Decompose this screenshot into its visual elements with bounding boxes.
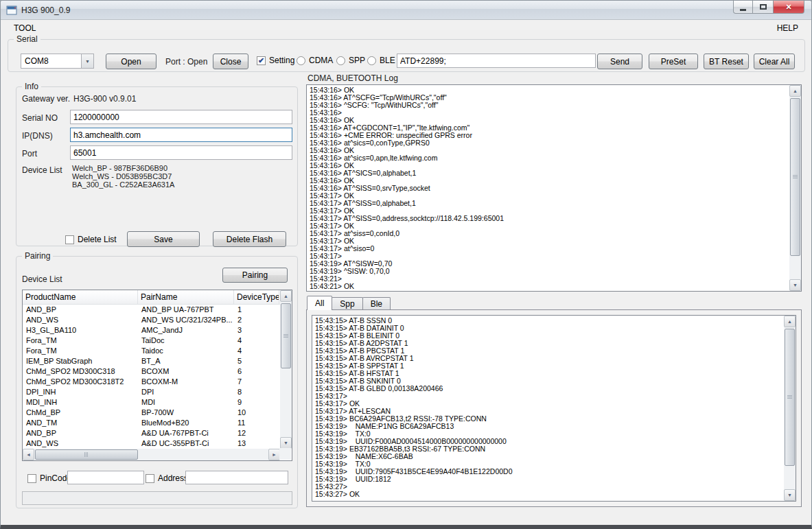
- port-input[interactable]: [70, 145, 292, 160]
- scroll-up-icon[interactable]: ▲: [784, 316, 796, 327]
- table-row[interactable]: H3_GL_BA110AMC_JandJ3: [23, 325, 280, 336]
- pincode-checkbox[interactable]: PinCode: [27, 473, 71, 483]
- close-icon: ✕: [785, 3, 791, 12]
- table-row[interactable]: Fora_TMTaiDoc4: [23, 336, 280, 346]
- ble-radio[interactable]: BLE: [367, 56, 395, 65]
- table-vscroll-thumb[interactable]: [281, 303, 291, 368]
- pairing-status-box: [22, 491, 292, 505]
- close-button[interactable]: ✕: [773, 1, 804, 14]
- spp-radio[interactable]: SPP: [336, 56, 365, 65]
- open-button[interactable]: Open: [106, 54, 156, 69]
- save-button[interactable]: Save: [127, 231, 200, 247]
- table-cell: ChMd_BP: [23, 408, 138, 418]
- tab-spp[interactable]: Spp: [332, 297, 362, 310]
- window-title: H3G 900_0.9: [21, 5, 70, 15]
- table-row[interactable]: DPI_INHDPI8: [23, 387, 280, 397]
- scroll-up-icon[interactable]: ▲: [280, 290, 292, 302]
- scroll-down-icon[interactable]: ▼: [280, 437, 292, 449]
- address-label: Address: [158, 473, 188, 483]
- tab-all[interactable]: All: [307, 296, 332, 310]
- bluetooth-log-text: 15:43:15> AT-B SSSN 0 15:43:15> AT-B DAT…: [315, 317, 782, 499]
- send-button[interactable]: Send: [597, 54, 642, 69]
- pairing-table: ProductName PairName DeviceType AND_BPAN…: [22, 290, 292, 461]
- table-row[interactable]: ChMd_BPBP-700W10: [23, 408, 280, 418]
- table-row[interactable]: AND_BPA&D UA-767PBT-Ci12: [23, 428, 280, 438]
- pairing-table-body: AND_BPAND_BP UA-767PBT1AND_WSAND_WS UC/3…: [23, 305, 280, 449]
- table-row[interactable]: AND_WSAND_WS UC/321/324PB...2: [23, 315, 280, 325]
- table-cell: DPI: [138, 387, 234, 397]
- scroll-up-icon[interactable]: ▲: [789, 85, 801, 97]
- pairing-button[interactable]: Pairing: [222, 268, 288, 283]
- address-input[interactable]: [185, 471, 288, 484]
- scroll-left-icon[interactable]: ◄: [23, 449, 34, 460]
- column-header-productname[interactable]: ProductName: [23, 290, 138, 304]
- preset-button[interactable]: PreSet: [649, 54, 698, 69]
- serial-group: Serial COM8 ▼ Open Port : Open Close ✔ S…: [8, 39, 805, 72]
- command-input[interactable]: [397, 54, 596, 68]
- delete-list-checkbox[interactable]: Delete List: [65, 235, 117, 244]
- table-vertical-scrollbar[interactable]: ▲ ▼: [280, 290, 292, 449]
- bluetooth-log-scrollbar[interactable]: ▲ ▼: [784, 316, 796, 501]
- table-cell: 11: [234, 418, 279, 428]
- bt-reset-button[interactable]: BT Reset: [704, 54, 749, 69]
- checkbox-box-icon: [65, 235, 74, 244]
- setting-checkbox[interactable]: ✔ Setting: [257, 56, 294, 65]
- scrollbar-corner: [279, 448, 291, 460]
- cdma-log-label: CDMA, BUETOOTH Log: [308, 73, 398, 83]
- scroll-right-icon[interactable]: ►: [268, 449, 280, 460]
- bluetooth-log[interactable]: 15:43:15> AT-B SSSN 0 15:43:15> AT-B DAT…: [312, 315, 796, 502]
- column-header-pairname[interactable]: PairName: [138, 290, 234, 304]
- bluetooth-log-scroll-thumb[interactable]: [785, 329, 795, 466]
- table-row[interactable]: Fora_TMTaidoc4: [23, 346, 280, 356]
- ip-dns-input[interactable]: [70, 128, 292, 142]
- pincode-input[interactable]: [67, 471, 144, 484]
- table-row[interactable]: IEM_BP StabGraphBT_A5: [23, 356, 280, 366]
- titlebar[interactable]: H3G 900_0.9 ✕: [1, 1, 811, 20]
- delete-flash-button[interactable]: Delete Flash: [213, 231, 286, 247]
- delete-list-label: Delete List: [78, 235, 117, 244]
- chevron-down-icon[interactable]: ▼: [81, 54, 93, 68]
- table-row[interactable]: AND_WSA&D UC-355PBT-Ci13: [23, 438, 280, 449]
- table-cell: MDI_INH: [23, 397, 138, 408]
- info-group-label: Info: [22, 82, 41, 91]
- scroll-down-icon[interactable]: ▼: [789, 279, 801, 291]
- table-cell: A&D UA-767PBT-Ci: [138, 428, 234, 438]
- table-row[interactable]: MDI_INHMDI9: [23, 397, 280, 408]
- cdma-bluetooth-log[interactable]: 15:43:16> OK 15:43:16> AT^SCFG="Tcp/With…: [306, 84, 802, 292]
- spp-label: SPP: [349, 56, 365, 65]
- tab-ble[interactable]: Ble: [362, 297, 391, 310]
- table-row[interactable]: AND_TMBlueMod+B2011: [23, 418, 280, 428]
- log-tab-panel: 15:43:15> AT-B SSSN 0 15:43:15> AT-B DAT…: [306, 309, 802, 507]
- app-window: H3G 900_0.9 ✕ TOOL HELP Serial COM8 ▼ Op…: [0, 0, 812, 529]
- table-cell: 13: [234, 438, 279, 449]
- column-header-devicetype[interactable]: DeviceType: [234, 290, 279, 304]
- cdma-log-scroll-thumb[interactable]: [790, 98, 800, 256]
- table-cell: 3: [234, 325, 279, 336]
- table-horizontal-scrollbar[interactable]: ◄ ►: [23, 449, 280, 460]
- table-cell: BCOXM-M: [138, 377, 234, 387]
- table-cell: 1: [234, 305, 279, 315]
- address-checkbox[interactable]: Address: [146, 473, 188, 483]
- cdma-radio[interactable]: CDMA: [297, 56, 333, 65]
- close-port-button[interactable]: Close: [213, 54, 248, 69]
- minimize-button[interactable]: [733, 1, 753, 14]
- clear-all-button[interactable]: Clear All: [754, 54, 795, 69]
- com-port-select[interactable]: COM8 ▼: [21, 54, 94, 69]
- radio-circle-icon: [367, 56, 376, 65]
- port-status-label: Port : Open: [165, 57, 207, 67]
- menu-help[interactable]: HELP: [774, 22, 801, 34]
- table-row[interactable]: ChMd_SPO2 MD300C318BCOXM6: [23, 366, 280, 377]
- table-hscroll-thumb[interactable]: [35, 449, 138, 460]
- table-cell: MDI: [138, 397, 234, 408]
- table-row[interactable]: ChMd_SPO2 MD300C318T2BCOXM-M7: [23, 377, 280, 387]
- table-cell: AND_WS UC/321/324PB...: [138, 315, 234, 325]
- cdma-log-scrollbar[interactable]: ▲ ▼: [789, 85, 801, 291]
- table-cell: 9: [234, 397, 279, 408]
- device-list-label: Device List: [22, 165, 62, 175]
- maximize-button[interactable]: [753, 1, 773, 14]
- serial-no-input[interactable]: [70, 110, 292, 124]
- scroll-down-icon[interactable]: ▼: [784, 489, 796, 501]
- table-row[interactable]: AND_BPAND_BP UA-767PBT1: [23, 305, 280, 315]
- menu-tool[interactable]: TOOL: [11, 22, 38, 34]
- menubar: TOOL HELP: [1, 21, 811, 35]
